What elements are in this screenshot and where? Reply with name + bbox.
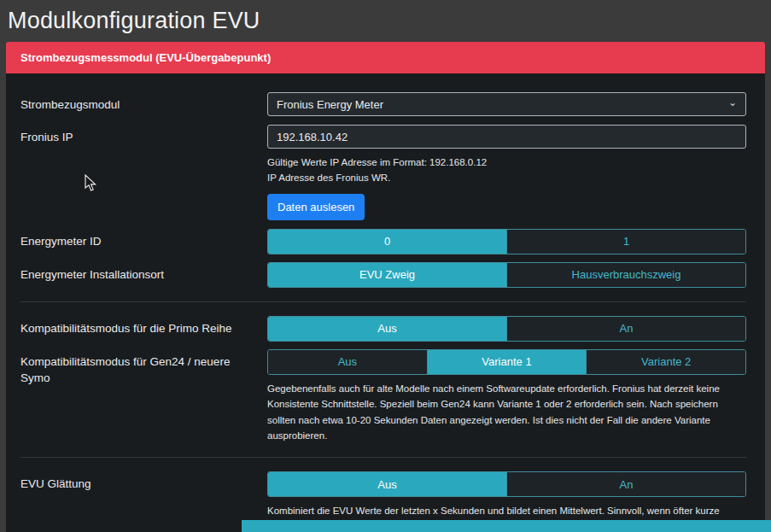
kompat-primo-option-aus[interactable]: Aus (268, 317, 506, 341)
config-card: Strombezugsmessmodul (EVU-Übergabepunkt)… (6, 42, 765, 532)
fronius-ip-help-line2: IP Adresse des Fronius WR. (267, 170, 746, 185)
kompat-primo-label: Kompatibilitätsmodus für die Primo Reihe (20, 316, 267, 342)
kompat-primo-option-an[interactable]: An (506, 317, 745, 341)
strombezugsmodul-select[interactable]: Fronius Energy Meter ⌄ (267, 92, 746, 116)
row-installationsort: Energymeter Installationsort EVU Zweig H… (20, 262, 746, 288)
fronius-ip-value: 192.168.10.42 (277, 131, 348, 143)
fronius-ip-help-line1: Gültige Werte IP Adresse im Format: 192.… (267, 155, 746, 170)
fronius-ip-input[interactable]: 192.168.10.42 (267, 125, 746, 149)
installationsort-label: Energymeter Installationsort (20, 262, 267, 288)
installationsort-option-hausverbrauchszweig[interactable]: Hausverbrauchszweig (506, 263, 745, 287)
row-energymeter-id: Energymeter ID 0 1 (20, 229, 746, 254)
kompat-primo-toggle: Aus An (267, 316, 746, 342)
kompat-gen24-help: Gegebenenfalls auch für alte Modelle nac… (267, 381, 746, 444)
kompat-gen24-option-variante-1[interactable]: Variante 1 (427, 350, 587, 374)
kompat-gen24-option-variante-2[interactable]: Variante 2 (586, 350, 745, 374)
row-strombezugsmodul: Strombezugsmodul Fronius Energy Meter ⌄ (20, 92, 746, 116)
strombezugsmodul-label: Strombezugsmodul (20, 92, 267, 116)
chevron-down-icon: ⌄ (728, 97, 737, 108)
row-kompat-primo: Kompatibilitätsmodus für die Primo Reihe… (20, 316, 746, 342)
bottom-partial-bar (242, 520, 771, 532)
divider-1 (20, 301, 746, 302)
section-body: Strombezugsmodul Fronius Energy Meter ⌄ … (6, 73, 765, 532)
daten-auslesen-button[interactable]: Daten auslesen (267, 194, 365, 220)
kompat-gen24-toggle: Aus Variante 1 Variante 2 (267, 349, 746, 375)
fronius-ip-help: Gültige Werte IP Adresse im Format: 192.… (267, 155, 746, 186)
evu-glaettung-label: EVU Glättung (20, 471, 267, 532)
evu-glaettung-option-an[interactable]: An (506, 472, 745, 496)
energymeter-id-label: Energymeter ID (20, 229, 267, 254)
installationsort-toggle: EVU Zweig Hausverbrauchszweig (267, 262, 746, 288)
row-kompat-gen24: Kompatibilitätsmodus für Gen24 / neuere … (20, 349, 746, 444)
fronius-ip-label: Fronius IP (20, 125, 267, 220)
strombezugsmodul-selected-value: Fronius Energy Meter (277, 98, 383, 111)
energymeter-id-toggle: 0 1 (267, 229, 746, 254)
evu-glaettung-option-aus[interactable]: Aus (268, 472, 506, 496)
evu-glaettung-toggle: Aus An (267, 471, 746, 497)
installationsort-option-evu-zweig[interactable]: EVU Zweig (268, 263, 506, 287)
divider-2 (20, 457, 746, 458)
kompat-gen24-option-aus[interactable]: Aus (268, 350, 427, 374)
energymeter-id-option-0[interactable]: 0 (268, 230, 506, 254)
kompat-gen24-label: Kompatibilitätsmodus für Gen24 / neuere … (20, 349, 267, 444)
section-header: Strombezugsmessmodul (EVU-Übergabepunkt) (6, 42, 765, 73)
energymeter-id-option-1[interactable]: 1 (506, 230, 745, 254)
row-fronius-ip: Fronius IP 192.168.10.42 Gültige Werte I… (20, 125, 746, 220)
page-title: Modulkonfiguration EVU (0, 0, 771, 42)
